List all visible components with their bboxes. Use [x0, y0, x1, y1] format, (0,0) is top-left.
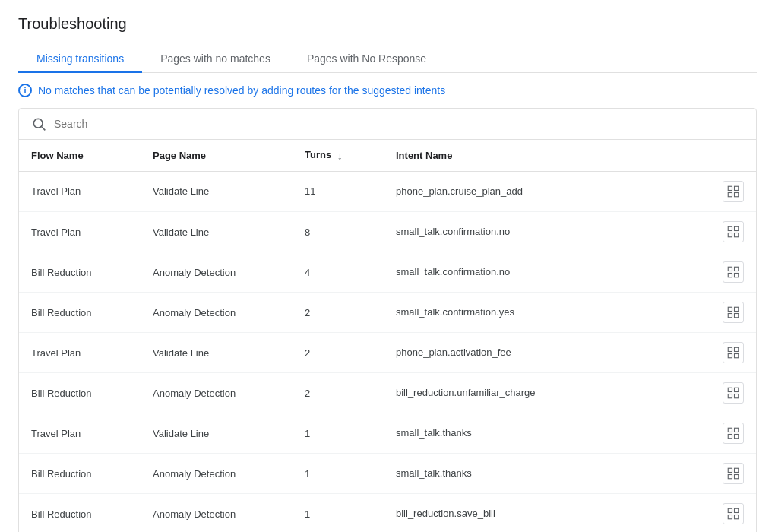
tabs-container: Missing transitions Pages with no matche…	[18, 45, 757, 73]
cell-turns: 1	[293, 413, 384, 454]
cell-flow-name: Bill Reduction	[19, 373, 141, 413]
col-page-name: Page Name	[141, 140, 293, 171]
search-input[interactable]	[54, 118, 744, 130]
table-row: Bill ReductionAnomaly Detection2bill_red…	[19, 373, 756, 413]
detail-icon-button[interactable]	[723, 181, 744, 202]
cell-intent-name: small_talk.confirmation.yes	[384, 293, 756, 333]
svg-rect-6	[728, 226, 732, 230]
tab-missing-transitions[interactable]: Missing transitions	[18, 45, 142, 72]
svg-line-1	[42, 127, 46, 131]
search-icon	[31, 116, 46, 131]
col-flow-name: Flow Name	[19, 140, 141, 171]
svg-rect-22	[728, 388, 732, 391]
col-intent-name: Intent Name	[384, 140, 756, 171]
cell-turns: 11	[293, 171, 384, 212]
svg-rect-25	[735, 394, 739, 397]
cell-turns: 1	[293, 494, 384, 532]
page-title: Troubleshooting	[18, 15, 757, 33]
info-banner: i No matches that can be potentially res…	[18, 73, 757, 108]
detail-icon-button[interactable]	[723, 261, 744, 283]
table-row: Travel PlanValidate Line11phone_plan.cru…	[19, 171, 756, 212]
svg-rect-4	[728, 192, 732, 196]
svg-rect-18	[728, 347, 732, 351]
svg-rect-14	[728, 307, 732, 311]
svg-rect-21	[735, 353, 739, 357]
cell-flow-name: Bill Reduction	[19, 293, 141, 333]
svg-rect-3	[735, 186, 739, 190]
cell-intent-name: small_talk.confirmation.no	[384, 252, 756, 293]
cell-intent-name: bill_reduction.unfamiliar_charge	[384, 373, 756, 413]
cell-flow-name: Travel Plan	[19, 413, 141, 454]
svg-rect-15	[735, 307, 739, 311]
cell-flow-name: Bill Reduction	[19, 454, 141, 494]
cell-flow-name: Travel Plan	[19, 333, 141, 373]
cell-turns: 2	[293, 293, 384, 333]
cell-flow-name: Bill Reduction	[19, 252, 141, 293]
cell-page-name: Anomaly Detection	[141, 252, 293, 293]
cell-page-name: Anomaly Detection	[141, 494, 293, 532]
cell-turns: 2	[293, 373, 384, 413]
detail-icon-button[interactable]	[723, 221, 744, 242]
cell-turns: 2	[293, 333, 384, 373]
table-container: Flow Name Page Name Turns ↓ Intent Name …	[18, 108, 757, 532]
cell-page-name: Validate Line	[141, 212, 293, 252]
tab-pages-no-response[interactable]: Pages with No Response	[289, 45, 444, 72]
cell-intent-name: small_talk.thanks	[384, 454, 756, 494]
svg-rect-27	[735, 428, 739, 432]
detail-icon-button[interactable]	[723, 503, 744, 524]
cell-intent-name: small_talk.confirmation.no	[384, 212, 756, 252]
svg-rect-33	[735, 474, 739, 478]
cell-flow-name: Travel Plan	[19, 212, 141, 252]
cell-page-name: Anomaly Detection	[141, 373, 293, 413]
detail-icon-button[interactable]	[723, 382, 744, 404]
cell-turns: 4	[293, 252, 384, 293]
tab-pages-no-matches[interactable]: Pages with no matches	[142, 45, 289, 72]
svg-rect-24	[728, 394, 732, 397]
svg-rect-31	[735, 468, 739, 472]
cell-intent-name: bill_reduction.save_bill	[384, 494, 756, 532]
svg-rect-8	[728, 233, 732, 236]
cell-page-name: Anomaly Detection	[141, 293, 293, 333]
cell-flow-name: Bill Reduction	[19, 494, 141, 532]
cell-turns: 1	[293, 454, 384, 494]
svg-rect-5	[735, 192, 739, 196]
svg-rect-10	[728, 267, 732, 271]
svg-rect-13	[735, 273, 739, 277]
cell-intent-name: small_talk.thanks	[384, 413, 756, 454]
detail-icon-button[interactable]	[723, 342, 744, 363]
info-banner-text: No matches that can be potentially resol…	[38, 84, 445, 97]
info-icon: i	[18, 84, 32, 97]
svg-rect-20	[728, 353, 732, 357]
svg-rect-37	[735, 515, 739, 518]
detail-icon-button[interactable]	[723, 463, 744, 484]
svg-rect-16	[728, 313, 732, 317]
svg-rect-11	[735, 267, 739, 271]
svg-rect-36	[728, 515, 732, 518]
svg-rect-29	[735, 434, 739, 438]
cell-page-name: Anomaly Detection	[141, 454, 293, 494]
cell-page-name: Validate Line	[141, 413, 293, 454]
table-row: Bill ReductionAnomaly Detection1bill_red…	[19, 494, 756, 532]
cell-flow-name: Travel Plan	[19, 171, 141, 212]
col-turns[interactable]: Turns ↓	[293, 140, 384, 171]
sort-icon: ↓	[337, 150, 343, 162]
svg-rect-23	[735, 388, 739, 391]
table-row: Travel PlanValidate Line8small_talk.conf…	[19, 212, 756, 252]
svg-rect-35	[735, 508, 739, 512]
detail-icon-button[interactable]	[723, 302, 744, 323]
svg-rect-26	[728, 428, 732, 432]
detail-icon-button[interactable]	[723, 423, 744, 444]
svg-rect-2	[728, 186, 732, 190]
svg-rect-28	[728, 434, 732, 438]
svg-rect-9	[735, 233, 739, 236]
svg-rect-30	[728, 468, 732, 472]
search-row	[19, 109, 756, 140]
table-row: Bill ReductionAnomaly Detection2small_ta…	[19, 293, 756, 333]
svg-rect-12	[728, 273, 732, 277]
table-row: Travel PlanValidate Line1small_talk.than…	[19, 413, 756, 454]
svg-rect-17	[735, 313, 739, 317]
svg-rect-34	[728, 508, 732, 512]
table-row: Bill ReductionAnomaly Detection4small_ta…	[19, 252, 756, 293]
table-row: Travel PlanValidate Line2phone_plan.acti…	[19, 333, 756, 373]
table-row: Bill ReductionAnomaly Detection1small_ta…	[19, 454, 756, 494]
